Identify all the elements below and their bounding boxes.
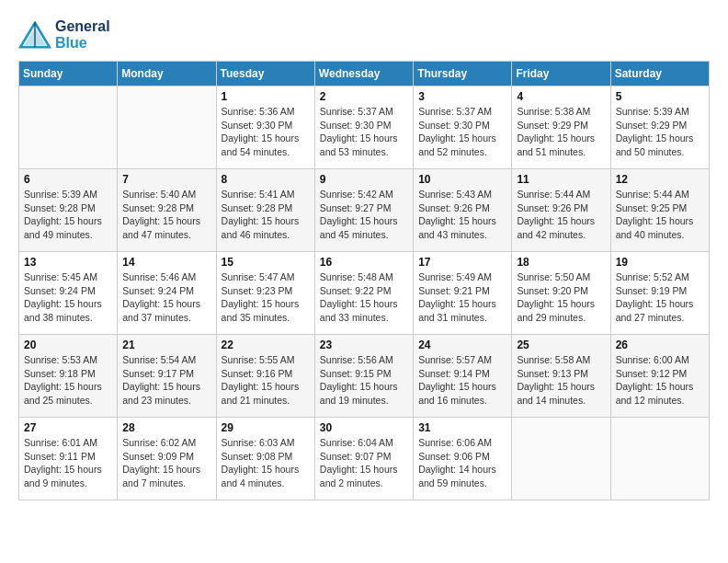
- weekday-header: Saturday: [610, 62, 709, 86]
- header: General Blue: [18, 18, 710, 52]
- calendar-week-row: 27Sunrise: 6:01 AM Sunset: 9:11 PM Dayli…: [19, 418, 710, 500]
- day-number: 4: [517, 90, 605, 103]
- day-info: Sunrise: 5:36 AM Sunset: 9:30 PM Dayligh…: [222, 105, 310, 159]
- day-number: 17: [418, 256, 506, 269]
- calendar-cell: 18Sunrise: 5:50 AM Sunset: 9:20 PM Dayli…: [512, 252, 610, 335]
- calendar-cell: [118, 86, 216, 169]
- day-number: 15: [222, 256, 310, 269]
- calendar-cell: 3Sunrise: 5:37 AM Sunset: 9:30 PM Daylig…: [414, 86, 512, 169]
- weekday-header: Friday: [512, 62, 610, 86]
- day-info: Sunrise: 6:01 AM Sunset: 9:11 PM Dayligh…: [24, 436, 112, 490]
- day-number: 25: [517, 339, 605, 351]
- calendar-cell: [610, 418, 709, 500]
- calendar-cell: 9Sunrise: 5:42 AM Sunset: 9:27 PM Daylig…: [314, 169, 413, 252]
- day-number: 14: [122, 256, 210, 269]
- day-number: 29: [222, 421, 310, 434]
- day-info: Sunrise: 5:39 AM Sunset: 9:28 PM Dayligh…: [24, 188, 112, 242]
- day-info: Sunrise: 5:37 AM Sunset: 9:30 PM Dayligh…: [418, 105, 506, 159]
- weekday-header: Wednesday: [314, 62, 413, 86]
- calendar-week-row: 6Sunrise: 5:39 AM Sunset: 9:28 PM Daylig…: [19, 169, 710, 252]
- day-info: Sunrise: 5:40 AM Sunset: 9:28 PM Dayligh…: [122, 188, 210, 242]
- day-number: 18: [517, 256, 605, 269]
- day-number: 27: [24, 421, 112, 434]
- weekday-header: Monday: [118, 62, 216, 86]
- calendar-cell: 12Sunrise: 5:44 AM Sunset: 9:25 PM Dayli…: [610, 169, 709, 252]
- calendar-cell: 31Sunrise: 6:06 AM Sunset: 9:06 PM Dayli…: [414, 418, 512, 500]
- calendar-cell: 2Sunrise: 5:37 AM Sunset: 9:30 PM Daylig…: [314, 86, 413, 169]
- calendar-table: SundayMondayTuesdayWednesdayThursdayFrid…: [18, 61, 710, 500]
- day-info: Sunrise: 5:57 AM Sunset: 9:14 PM Dayligh…: [418, 353, 506, 408]
- day-number: 20: [24, 339, 112, 351]
- day-info: Sunrise: 5:44 AM Sunset: 9:26 PM Dayligh…: [517, 188, 605, 242]
- weekday-header: Sunday: [19, 62, 118, 86]
- day-info: Sunrise: 5:54 AM Sunset: 9:17 PM Dayligh…: [122, 353, 210, 408]
- calendar-cell: 25Sunrise: 5:58 AM Sunset: 9:13 PM Dayli…: [512, 335, 610, 418]
- calendar-cell: 28Sunrise: 6:02 AM Sunset: 9:09 PM Dayli…: [118, 418, 216, 500]
- day-number: 2: [320, 90, 408, 103]
- day-number: 3: [418, 90, 506, 103]
- day-number: 8: [222, 173, 310, 186]
- day-info: Sunrise: 5:55 AM Sunset: 9:16 PM Dayligh…: [222, 353, 310, 408]
- day-number: 12: [616, 173, 704, 186]
- day-number: 19: [616, 256, 704, 269]
- day-number: 7: [122, 173, 210, 186]
- day-number: 10: [418, 173, 506, 186]
- day-info: Sunrise: 5:46 AM Sunset: 9:24 PM Dayligh…: [122, 270, 210, 325]
- calendar-cell: 6Sunrise: 5:39 AM Sunset: 9:28 PM Daylig…: [19, 169, 118, 252]
- calendar-cell: 29Sunrise: 6:03 AM Sunset: 9:08 PM Dayli…: [216, 418, 314, 500]
- day-info: Sunrise: 5:56 AM Sunset: 9:15 PM Dayligh…: [320, 353, 408, 408]
- day-info: Sunrise: 5:39 AM Sunset: 9:29 PM Dayligh…: [616, 105, 704, 159]
- logo: General Blue: [18, 18, 110, 52]
- calendar-cell: 4Sunrise: 5:38 AM Sunset: 9:29 PM Daylig…: [512, 86, 610, 169]
- calendar-cell: [512, 418, 610, 500]
- day-info: Sunrise: 5:47 AM Sunset: 9:23 PM Dayligh…: [222, 270, 310, 325]
- calendar-cell: 19Sunrise: 5:52 AM Sunset: 9:19 PM Dayli…: [610, 252, 709, 335]
- calendar-cell: 16Sunrise: 5:48 AM Sunset: 9:22 PM Dayli…: [314, 252, 413, 335]
- weekday-header: Tuesday: [216, 62, 314, 86]
- day-number: 5: [616, 90, 704, 103]
- day-number: 31: [418, 421, 506, 434]
- day-number: 16: [320, 256, 408, 269]
- day-info: Sunrise: 6:06 AM Sunset: 9:06 PM Dayligh…: [418, 436, 506, 490]
- calendar-cell: 7Sunrise: 5:40 AM Sunset: 9:28 PM Daylig…: [118, 169, 216, 252]
- day-number: 1: [222, 90, 310, 103]
- day-info: Sunrise: 5:45 AM Sunset: 9:24 PM Dayligh…: [24, 270, 112, 325]
- logo-icon: [18, 21, 51, 49]
- calendar-cell: 14Sunrise: 5:46 AM Sunset: 9:24 PM Dayli…: [118, 252, 216, 335]
- day-info: Sunrise: 6:02 AM Sunset: 9:09 PM Dayligh…: [122, 436, 210, 490]
- day-info: Sunrise: 5:50 AM Sunset: 9:20 PM Dayligh…: [517, 270, 605, 325]
- day-number: 24: [418, 339, 506, 351]
- day-number: 23: [320, 339, 408, 351]
- calendar-week-row: 13Sunrise: 5:45 AM Sunset: 9:24 PM Dayli…: [19, 252, 710, 335]
- day-info: Sunrise: 6:00 AM Sunset: 9:12 PM Dayligh…: [616, 353, 704, 408]
- calendar-cell: 13Sunrise: 5:45 AM Sunset: 9:24 PM Dayli…: [19, 252, 118, 335]
- day-number: 28: [122, 421, 210, 434]
- day-info: Sunrise: 5:43 AM Sunset: 9:26 PM Dayligh…: [418, 188, 506, 242]
- day-number: 11: [517, 173, 605, 186]
- day-info: Sunrise: 5:48 AM Sunset: 9:22 PM Dayligh…: [320, 270, 408, 325]
- day-info: Sunrise: 6:03 AM Sunset: 9:08 PM Dayligh…: [222, 436, 310, 490]
- calendar-cell: 5Sunrise: 5:39 AM Sunset: 9:29 PM Daylig…: [610, 86, 709, 169]
- calendar-cell: 20Sunrise: 5:53 AM Sunset: 9:18 PM Dayli…: [19, 335, 118, 418]
- day-info: Sunrise: 5:37 AM Sunset: 9:30 PM Dayligh…: [320, 105, 408, 159]
- calendar-cell: 10Sunrise: 5:43 AM Sunset: 9:26 PM Dayli…: [414, 169, 512, 252]
- day-info: Sunrise: 6:04 AM Sunset: 9:07 PM Dayligh…: [320, 436, 408, 490]
- calendar-cell: 8Sunrise: 5:41 AM Sunset: 9:28 PM Daylig…: [216, 169, 314, 252]
- weekday-header: Thursday: [414, 62, 512, 86]
- calendar-cell: 1Sunrise: 5:36 AM Sunset: 9:30 PM Daylig…: [216, 86, 314, 169]
- calendar-cell: 21Sunrise: 5:54 AM Sunset: 9:17 PM Dayli…: [118, 335, 216, 418]
- calendar-cell: 30Sunrise: 6:04 AM Sunset: 9:07 PM Dayli…: [314, 418, 413, 500]
- day-info: Sunrise: 5:42 AM Sunset: 9:27 PM Dayligh…: [320, 188, 408, 242]
- calendar-week-row: 20Sunrise: 5:53 AM Sunset: 9:18 PM Dayli…: [19, 335, 710, 418]
- day-info: Sunrise: 5:44 AM Sunset: 9:25 PM Dayligh…: [616, 188, 704, 242]
- calendar-cell: 11Sunrise: 5:44 AM Sunset: 9:26 PM Dayli…: [512, 169, 610, 252]
- calendar-cell: 22Sunrise: 5:55 AM Sunset: 9:16 PM Dayli…: [216, 335, 314, 418]
- day-info: Sunrise: 5:52 AM Sunset: 9:19 PM Dayligh…: [616, 270, 704, 325]
- calendar-cell: 26Sunrise: 6:00 AM Sunset: 9:12 PM Dayli…: [610, 335, 709, 418]
- calendar-cell: 17Sunrise: 5:49 AM Sunset: 9:21 PM Dayli…: [414, 252, 512, 335]
- logo-text: General Blue: [55, 18, 110, 52]
- day-info: Sunrise: 5:41 AM Sunset: 9:28 PM Dayligh…: [222, 188, 310, 242]
- calendar-cell: 24Sunrise: 5:57 AM Sunset: 9:14 PM Dayli…: [414, 335, 512, 418]
- calendar-cell: 27Sunrise: 6:01 AM Sunset: 9:11 PM Dayli…: [19, 418, 118, 500]
- weekday-header-row: SundayMondayTuesdayWednesdayThursdayFrid…: [19, 62, 710, 86]
